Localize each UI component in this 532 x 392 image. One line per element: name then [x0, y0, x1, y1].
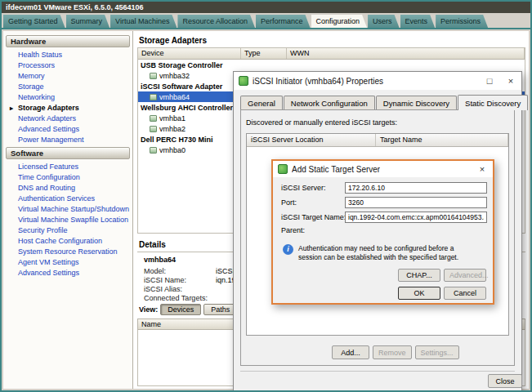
chap-buttons: CHAP... Advanced... — [398, 269, 486, 282]
sidebar-item-authentication-services[interactable]: Authentication Services — [3, 194, 132, 204]
sidebar-item-vm-swapfile-location[interactable]: Virtual Machine Swapfile Location — [3, 215, 132, 225]
sidebar-item-label: Storage Adapters — [18, 104, 79, 112]
chap-button[interactable]: CHAP... — [398, 269, 440, 282]
dialog-divider — [240, 371, 515, 372]
targets-table-header: iSCSI Server Location Target Name — [247, 134, 508, 147]
tab-performance[interactable]: Performance — [256, 15, 311, 28]
sidebar-item-security-profile[interactable]: Security Profile — [3, 225, 132, 236]
info-icon: i — [283, 244, 293, 255]
adapter-icon — [150, 94, 157, 100]
info-text: Authentication may need to be configured… — [298, 244, 476, 262]
tab-virtual-machines[interactable]: Virtual Machines — [110, 15, 177, 28]
tab-users[interactable]: Users — [368, 15, 400, 28]
column-wwn[interactable]: WWN — [287, 48, 525, 59]
window-title: ifdecvm01 VMware ESXi, 6.5.0, 4564106 — [2, 2, 530, 13]
add-static-target-dialog: Add Static Target Server × iSCSI Server:… — [271, 159, 494, 305]
port-input[interactable] — [345, 197, 487, 208]
sidebar-item-health-status[interactable]: Health Status — [3, 50, 132, 60]
ok-button[interactable]: OK — [398, 287, 440, 300]
iscsi-target-icon — [278, 164, 288, 174]
adapter-icon — [150, 73, 157, 79]
column-iscsi-server-location[interactable]: iSCSI Server Location — [247, 134, 376, 146]
details-view-switcher: View: Devices Paths — [139, 304, 237, 315]
iscsi-target-name-input[interactable] — [345, 212, 487, 223]
sidebar-section-hardware: Hardware — [6, 35, 130, 47]
properties-dialog-tabs: General Network Configuration Dynamic Di… — [234, 90, 521, 110]
add-target-form: iSCSI Server: Port: iSCSI Target Name: P… — [273, 177, 493, 303]
details-label: iSCSI Name: — [144, 276, 216, 285]
tab-summary[interactable]: Summary — [66, 15, 110, 28]
maximize-icon[interactable]: □ — [479, 72, 500, 90]
close-icon[interactable]: × — [500, 72, 521, 90]
view-devices-button[interactable]: Devices — [160, 304, 201, 315]
sidebar-item-memory[interactable]: Memory — [3, 71, 132, 82]
view-label: View: — [139, 305, 158, 314]
dialog-titlebar: iSCSI Initiator (vmhba64) Properties □ × — [234, 72, 521, 90]
iscsi-target-name-label: iSCSI Target Name: — [281, 213, 345, 221]
adapter-icon — [150, 115, 157, 122]
sidebar-item-time-configuration[interactable]: Time Configuration — [3, 172, 132, 183]
adapter-group-row: USB Storage Controller — [138, 60, 525, 70]
sidebar-item-processors[interactable]: Processors — [3, 60, 132, 71]
tab-getting-started[interactable]: Getting Started — [3, 15, 65, 28]
close-icon[interactable]: × — [472, 161, 493, 177]
column-type[interactable]: Type — [241, 48, 287, 59]
targets-buttons: Add... Remove Settings... — [332, 345, 459, 359]
page-title: Storage Adapters — [134, 31, 529, 45]
close-dialog-button[interactable]: Close — [488, 374, 522, 388]
dialog-title: Add Static Target Server — [292, 165, 380, 174]
authentication-note: i Authentication may need to be configur… — [283, 244, 485, 262]
adapter-icon — [150, 126, 157, 132]
dialog-title: iSCSI Initiator (vmhba64) Properties — [253, 77, 383, 86]
column-target-name[interactable]: Target Name — [376, 134, 508, 146]
sidebar-item-networking[interactable]: Networking — [3, 92, 132, 103]
tab-resource-allocation[interactable]: Resource Allocation — [177, 15, 255, 28]
selected-arrow-icon: ▸ — [10, 103, 13, 114]
sidebar-item-power-management[interactable]: Power Management — [3, 135, 132, 145]
sidebar-item-network-adapters[interactable]: Network Adapters — [3, 114, 132, 124]
adapter-icon — [150, 147, 157, 154]
tab-permissions[interactable]: Permissions — [436, 15, 488, 28]
remove-target-button[interactable]: Remove — [373, 345, 412, 359]
target-settings-button[interactable]: Settings... — [415, 345, 459, 359]
parent-label: Parent: — [281, 226, 345, 234]
tab-configuration[interactable]: Configuration — [311, 15, 368, 28]
details-label: Connected Targets: — [144, 294, 216, 303]
advanced-button[interactable]: Advanced... — [444, 269, 486, 282]
sidebar-item-licensed-features[interactable]: Licensed Features — [3, 162, 132, 172]
sidebar-item-vm-startup-shutdown[interactable]: Virtual Machine Startup/Shutdown — [3, 204, 132, 215]
details-label: Model: — [144, 267, 216, 276]
tab-events[interactable]: Events — [400, 15, 436, 28]
vsphere-client-window: ifdecvm01 VMware ESXi, 6.5.0, 4564106 Ge… — [0, 0, 532, 392]
adapters-table-header: Device Type WWN — [138, 48, 525, 60]
confirm-buttons: OK Cancel — [398, 287, 486, 300]
iscsi-server-input[interactable] — [345, 182, 487, 194]
sidebar-item-agent-vm-settings[interactable]: Agent VM Settings — [3, 257, 132, 268]
sidebar-item-host-cache-configuration[interactable]: Host Cache Configuration — [3, 236, 132, 247]
iscsi-server-label: iSCSI Server: — [281, 184, 345, 192]
column-device[interactable]: Device — [138, 48, 241, 59]
iscsi-adapter-icon — [239, 76, 248, 86]
sidebar-item-storage[interactable]: Storage — [3, 82, 132, 92]
add-target-button[interactable]: Add... — [332, 345, 369, 359]
configuration-sidebar: Hardware Health Status Processors Memory… — [3, 31, 133, 389]
sidebar-item-dns-and-routing[interactable]: DNS and Routing — [3, 183, 132, 194]
sidebar-item-storage-adapters[interactable]: ▸ Storage Adapters — [3, 103, 132, 114]
sidebar-item-advanced-settings-sw[interactable]: Advanced Settings — [3, 268, 132, 278]
details-label: iSCSI Alias: — [144, 285, 216, 294]
main-tab-bar: Getting Started Summary Virtual Machines… — [2, 13, 530, 29]
sidebar-item-advanced-settings-hw[interactable]: Advanced Settings — [3, 124, 132, 135]
sidebar-section-software: Software — [6, 147, 130, 159]
targets-description: Discovered or manually entered iSCSI tar… — [246, 118, 509, 127]
details-title: Details — [139, 240, 166, 249]
cancel-button[interactable]: Cancel — [444, 287, 486, 300]
tab-static-discovery[interactable]: Static Discovery — [458, 95, 528, 110]
sidebar-item-system-resource-reservation[interactable]: System Resource Reservation — [3, 247, 132, 257]
port-label: Port: — [281, 198, 345, 207]
dialog-titlebar: Add Static Target Server × — [273, 161, 493, 177]
